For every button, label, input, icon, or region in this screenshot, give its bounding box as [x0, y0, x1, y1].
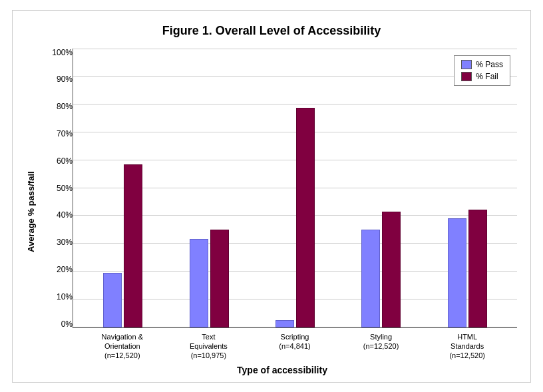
y-tick-label: 0% [61, 320, 73, 328]
legend-pass-label: % Pass [476, 60, 503, 69]
x-label: Text Equivalents (n=10,975) [182, 332, 235, 361]
legend-pass-swatch [461, 60, 472, 69]
x-label: HTML Standards (n=12,520) [441, 332, 494, 361]
bar-pass [103, 273, 122, 327]
plot-with-yaxis: 0%10%20%30%40%50%60%70%80%90%100% % Pass [47, 49, 517, 328]
legend-fail-item: % Fail [461, 72, 503, 81]
bar-pass [361, 230, 380, 327]
bar-fail [210, 230, 229, 327]
bar-group [190, 230, 229, 327]
bar-group [103, 164, 142, 327]
bars-area [73, 49, 517, 327]
y-tick-label: 90% [57, 75, 73, 83]
x-axis-title: Type of accessibility [47, 365, 517, 375]
chart-plot-area: 0%10%20%30%40%50%60%70%80%90%100% % Pass [47, 49, 517, 375]
bar-pass [448, 218, 466, 327]
chart-body: Average % pass/fail 0%10%20%30%40%50%60%… [26, 49, 517, 375]
y-tick-label: 70% [57, 130, 73, 138]
x-labels: Navigation & Orientation (n=12,520)Text … [73, 328, 517, 361]
chart-title: Figure 1. Overall Level of Accessibility [162, 24, 381, 38]
legend-fail-swatch [461, 72, 472, 81]
bar-fail [296, 108, 315, 327]
y-tick-label: 40% [57, 211, 73, 219]
plot-area: % Pass % Fail [73, 49, 517, 328]
bar-group [361, 212, 401, 327]
y-tick-label: 60% [57, 157, 73, 165]
legend-fail-label: % Fail [476, 72, 498, 81]
legend-pass-item: % Pass [461, 60, 503, 69]
y-tick-label: 50% [57, 184, 73, 192]
y-ticks: 0%10%20%30%40%50%60%70%80%90%100% [47, 49, 73, 328]
x-label: Navigation & Orientation (n=12,520) [96, 332, 149, 361]
x-label: Scripting (n=4,841) [268, 332, 321, 361]
bar-pass [190, 239, 208, 327]
x-label: Styling (n=12,520) [355, 332, 408, 361]
y-tick-label: 10% [57, 293, 73, 301]
bar-pass [275, 320, 294, 327]
bar-fail [124, 164, 142, 327]
bar-fail [382, 212, 401, 327]
y-axis-label: Average % pass/fail [26, 49, 45, 375]
y-tick-label: 100% [52, 49, 73, 57]
y-tick-label: 80% [57, 102, 73, 110]
y-tick-label: 20% [57, 266, 73, 274]
bar-group [275, 108, 315, 327]
chart-container: Figure 1. Overall Level of Accessibility… [12, 10, 531, 383]
legend: % Pass % Fail [454, 55, 510, 86]
y-tick-label: 30% [57, 238, 73, 246]
bar-fail [468, 210, 487, 327]
bar-group [448, 210, 487, 327]
